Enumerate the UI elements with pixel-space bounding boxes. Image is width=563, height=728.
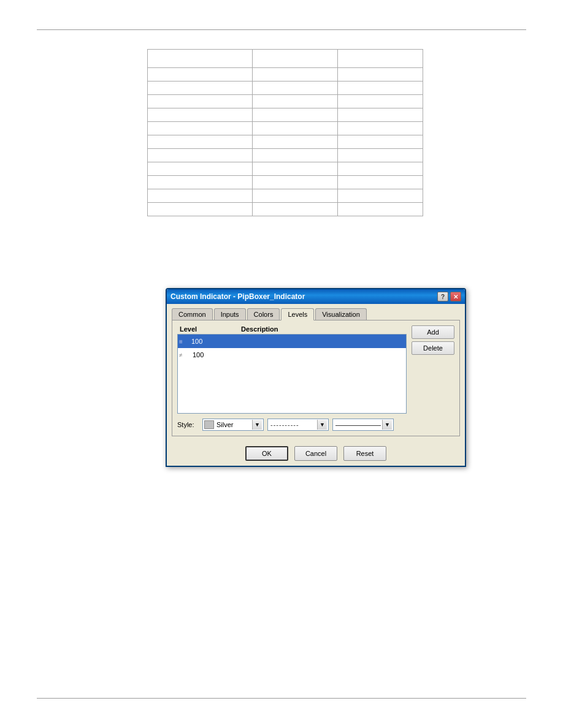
table-cell-0-1 [252,50,337,68]
col-level-header: Level [180,325,241,333]
level-table-container: Level Description ≡ [177,325,454,414]
table-cell-4-0 [148,108,253,122]
table-cell-8-0 [148,162,253,176]
color-selector[interactable]: Silver ▼ [202,419,264,431]
line-style-dropdown-arrow[interactable]: ▼ [382,420,392,430]
level-table-left: Level Description ≡ [177,325,407,414]
data-table-section [147,49,423,216]
dialog-controls: ? ✕ [437,292,461,301]
tab-common[interactable]: Common [172,308,213,320]
table-cell-11-2 [337,203,423,216]
table-cell-11-0 [148,203,253,216]
table-cell-6-0 [148,135,253,149]
dialog-titlebar: Custom Indicator - PipBoxer_Indicator ? … [167,289,465,304]
table-cell-3-2 [337,95,423,108]
table-cell-10-2 [337,189,423,203]
table-cell-5-2 [337,122,423,135]
table-cell-2-0 [148,82,253,95]
style-row: Style: Silver ▼ ---------- ▼ ——————— [177,419,454,431]
level-row-1-icon: ≡ [179,338,190,345]
ok-button[interactable]: OK [245,446,288,461]
table-cell-4-1 [252,108,337,122]
table-cell-9-2 [337,176,423,189]
table-cell-0-0 [148,50,253,68]
cancel-button[interactable]: Cancel [294,446,337,461]
table-cell-10-1 [252,189,337,203]
level-list: ≡ ≠ 100 [177,334,407,414]
table-cell-7-1 [252,149,337,162]
color-dropdown-arrow[interactable]: ▼ [252,420,262,430]
dash-pattern: ---------- [269,421,316,428]
reset-button[interactable]: Reset [343,446,386,461]
level-row-2-icon: ≠ [179,352,190,358]
table-cell-6-1 [252,135,337,149]
table-cell-10-0 [148,189,253,203]
level-row-1-desc [232,335,405,347]
dialog-body: Common Inputs Colors Levels Visualizatio… [167,304,465,466]
delete-level-button[interactable]: Delete [412,341,454,355]
table-cell-1-2 [337,68,423,82]
table-cell-11-1 [252,203,337,216]
style-label: Style: [177,421,199,428]
table-cell-7-2 [337,149,423,162]
dash-selector[interactable]: ---------- ▼ [267,419,329,431]
dash-dropdown-arrow[interactable]: ▼ [317,420,327,430]
level-row-1-input[interactable] [190,336,232,347]
add-level-button[interactable]: Add [412,325,454,339]
table-cell-2-2 [337,82,423,95]
tab-visualization[interactable]: Visualization [315,308,367,320]
level-row-2[interactable]: ≠ 100 [178,348,406,362]
table-cell-9-1 [252,176,337,189]
table-cell-7-0 [148,149,253,162]
bottom-divider [37,698,526,699]
help-button[interactable]: ? [437,292,448,301]
line-style-selector[interactable]: ——————— ▼ [332,419,394,431]
close-button[interactable]: ✕ [450,292,461,301]
color-name: Silver [215,421,251,428]
level-row-2-value: 100 [190,351,206,358]
level-header-row: Level Description [177,325,407,333]
col-description-header: Description [241,325,404,333]
line-style: ——————— [334,421,381,428]
tab-colors[interactable]: Colors [247,308,280,320]
table-cell-3-0 [148,95,253,108]
data-table [147,49,423,216]
custom-indicator-dialog: Custom Indicator - PipBoxer_Indicator ? … [166,288,466,467]
table-cell-0-2 [337,50,423,68]
color-swatch [204,420,214,429]
table-cell-6-2 [337,135,423,149]
dialog-container: Custom Indicator - PipBoxer_Indicator ? … [166,288,466,467]
table-cell-8-2 [337,162,423,176]
tab-panel-levels: Level Description ≡ [172,320,460,436]
table-cell-1-1 [252,68,337,82]
tab-inputs[interactable]: Inputs [214,308,246,320]
table-cell-4-2 [337,108,423,122]
table-cell-5-0 [148,122,253,135]
table-cell-1-0 [148,68,253,82]
dialog-title: Custom Indicator - PipBoxer_Indicator [170,292,305,301]
top-divider [37,29,526,30]
bottom-buttons: OK Cancel Reset [172,442,460,461]
table-cell-9-0 [148,176,253,189]
table-cell-8-1 [252,162,337,176]
table-cell-2-1 [252,82,337,95]
level-row-1[interactable]: ≡ [178,335,406,348]
tab-levels[interactable]: Levels [281,308,314,320]
table-cell-5-1 [252,122,337,135]
table-cell-3-1 [252,95,337,108]
level-buttons: Add Delete [412,325,454,414]
tabs-row: Common Inputs Colors Levels Visualizatio… [172,308,460,320]
